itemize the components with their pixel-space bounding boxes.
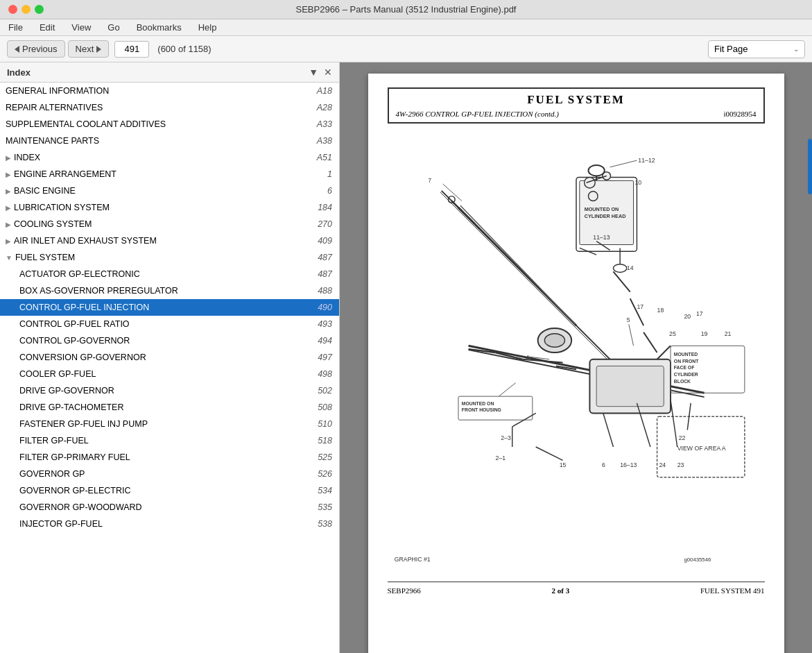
sidebar-item-page: 270 [318,219,332,229]
sidebar-item[interactable]: INJECTOR GP-FUEL 538 [0,516,339,532]
sidebar-item-label: GOVERNOR GP-ELECTRIC [19,486,312,495]
svg-text:11–12: 11–12 [638,157,655,164]
svg-point-78 [544,334,564,347]
svg-point-79 [584,177,595,188]
sidebar-item[interactable]: MAINTENANCE PARTS A38 [0,133,339,149]
sidebar-item[interactable]: ▶ AIR INLET AND EXHAUST SYSTEM 409 [0,232,339,249]
toolbar: Previous Next (600 of 1158) Fit Page ⌄ [0,36,812,62]
svg-text:MOUNTED ON: MOUNTED ON [461,401,494,406]
sidebar-item-label: AIR INLET AND EXHAUST SYSTEM [14,236,312,246]
sidebar-item[interactable]: DRIVE GP-TACHOMETER 508 [0,399,339,416]
svg-text:MOUNTED ON: MOUNTED ON [584,206,619,212]
sidebar-item[interactable]: CONTROL GP-FUEL RATIO 493 [0,316,339,332]
sidebar-item[interactable]: BOX AS-GOVERNOR PREREGULATOR 488 [0,282,339,299]
pdf-subtitle: 4W-2966 CONTROL GP-FUEL INJECTION (contd… [396,110,757,118]
sidebar-item[interactable]: CONTROL GP-GOVERNOR 494 [0,332,339,349]
sidebar: Index ▼ ✕ GENERAL INFORMATION A18 REPAIR… [0,62,340,653]
sidebar-item-label: INJECTOR GP-FUEL [19,519,312,529]
sidebar-item-page: 1 [327,169,332,179]
menu-file[interactable]: File [6,21,26,34]
sidebar-item-label: CONTROL GP-GOVERNOR [19,336,312,346]
menu-bookmarks[interactable]: Bookmarks [134,21,184,34]
menu-go[interactable]: Go [105,21,122,34]
sidebar-item-label: GOVERNOR GP [19,469,312,479]
svg-text:18: 18 [657,307,664,314]
pdf-footer-right: FUEL SYSTEM 491 [700,586,765,595]
pdf-viewer[interactable]: FUEL SYSTEM 4W-2966 CONTROL GP-FUEL INJE… [340,62,812,653]
sidebar-item-page: 502 [318,386,332,396]
page-number-input[interactable] [114,41,149,58]
sidebar-item-label: MAINTENANCE PARTS [6,136,311,146]
minimize-button[interactable] [21,5,31,14]
sidebar-item[interactable]: GOVERNOR GP-WOODWARD 535 [0,499,339,516]
svg-text:14: 14 [626,264,633,271]
sidebar-item-page: A38 [317,136,332,146]
svg-text:6: 6 [601,461,605,468]
sidebar-item[interactable]: GOVERNOR GP 526 [0,466,339,482]
sidebar-item[interactable]: GOVERNOR GP-ELECTRIC 534 [0,482,339,499]
sidebar-item-label: COOLER GP-FUEL [19,369,312,379]
sidebar-item[interactable]: FILTER GP-FUEL 518 [0,432,339,449]
sidebar-item[interactable]: ▶ ENGINE ARRANGEMENT 1 [0,166,339,183]
menu-view[interactable]: View [69,21,94,34]
sidebar-item-label: CONTROL GP-FUEL INJECTION [19,303,312,312]
menu-help[interactable]: Help [196,21,220,34]
fuel-system-diagram: 11–12 10 9 7 MOUNTED ON CYLINDER HE [388,130,765,575]
sidebar-item[interactable]: FILTER GP-PRIMARY FUEL 525 [0,449,339,466]
sidebar-item[interactable]: ▶ COOLING SYSTEM 270 [0,216,339,232]
maximize-button[interactable] [35,5,44,14]
sidebar-item-label: BASIC ENGINE [14,186,322,196]
sidebar-item[interactable]: ACTUATOR GP-ELECTRONIC 487 [0,266,339,282]
sidebar-item-label: FILTER GP-FUEL [19,436,312,446]
sidebar-item[interactable]: SUPPLEMENTAL COOLANT ADDITIVES A33 [0,116,339,133]
svg-text:11–13: 11–13 [593,234,610,241]
pdf-page: FUEL SYSTEM 4W-2966 CONTROL GP-FUEL INJE… [368,74,784,653]
sidebar-item-page: 534 [318,486,332,495]
expand-icon: ▶ [6,221,11,228]
pdf-subtitle-right: i00928954 [723,110,756,118]
previous-label: Previous [22,44,58,54]
svg-text:BLOCK: BLOCK [673,379,690,384]
sidebar-item[interactable]: COOLER GP-FUEL 498 [0,366,339,382]
svg-point-82 [588,192,598,201]
sidebar-item-label: REPAIR ALTERNATIVES [6,103,311,112]
sidebar-item-label: FASTENER GP-FUEL INJ PUMP [19,419,312,429]
svg-text:MOUNTED: MOUNTED [673,352,697,357]
svg-text:CYLINDER: CYLINDER [673,372,698,377]
sidebar-item-label: FILTER GP-PRIMARY FUEL [19,452,312,462]
fit-page-select[interactable]: Fit Page ⌄ [708,40,805,58]
sidebar-item[interactable]: ▶ INDEX A51 [0,149,339,166]
sidebar-item[interactable]: REPAIR ALTERNATIVES A28 [0,99,339,116]
sidebar-close-button[interactable]: ✕ [324,67,332,78]
menu-edit[interactable]: Edit [37,21,58,34]
sidebar-item-label: CONVERSION GP-GOVERNOR [19,353,312,362]
sidebar-item-label: LUBRICATION SYSTEM [14,203,312,212]
sidebar-item-page: 510 [318,419,332,429]
sidebar-item[interactable]: ▶ LUBRICATION SYSTEM 184 [0,199,339,216]
main-container: Index ▼ ✕ GENERAL INFORMATION A18 REPAIR… [0,62,812,653]
svg-text:15: 15 [559,461,566,468]
svg-text:GRAPHIC #1: GRAPHIC #1 [394,556,430,563]
sidebar-item[interactable]: DRIVE GP-GOVERNOR 502 [0,382,339,399]
previous-button[interactable]: Previous [7,40,65,58]
sidebar-item-page: 6 [327,186,332,196]
sidebar-filter-button[interactable]: ▼ [309,67,318,78]
sidebar-item-label: COOLING SYSTEM [14,219,312,229]
svg-text:17: 17 [696,310,702,317]
svg-text:5: 5 [626,316,630,323]
sidebar-item[interactable]: CONVERSION GP-GOVERNOR 497 [0,349,339,366]
next-button[interactable]: Next [68,40,110,58]
sidebar-item[interactable]: GENERAL INFORMATION A18 [0,83,339,99]
sidebar-item-label: FUEL SYSTEM [15,253,312,262]
sidebar-item-page: 184 [318,203,332,212]
sidebar-item[interactable]: ▼ FUEL SYSTEM 487 [0,249,339,266]
sidebar-item[interactable]: CONTROL GP-FUEL INJECTION 490 [0,299,339,316]
sidebar-item-page: 526 [318,469,332,479]
close-button[interactable] [8,5,17,14]
arrow-left-icon [15,46,19,53]
pdf-subtitle-left: 4W-2966 CONTROL GP-FUEL INJECTION (contd… [396,110,559,118]
sidebar-item-label: ACTUATOR GP-ELECTRONIC [19,269,312,279]
svg-text:ON FRONT: ON FRONT [673,359,698,364]
sidebar-item[interactable]: FASTENER GP-FUEL INJ PUMP 510 [0,416,339,432]
sidebar-item[interactable]: ▶ BASIC ENGINE 6 [0,183,339,199]
